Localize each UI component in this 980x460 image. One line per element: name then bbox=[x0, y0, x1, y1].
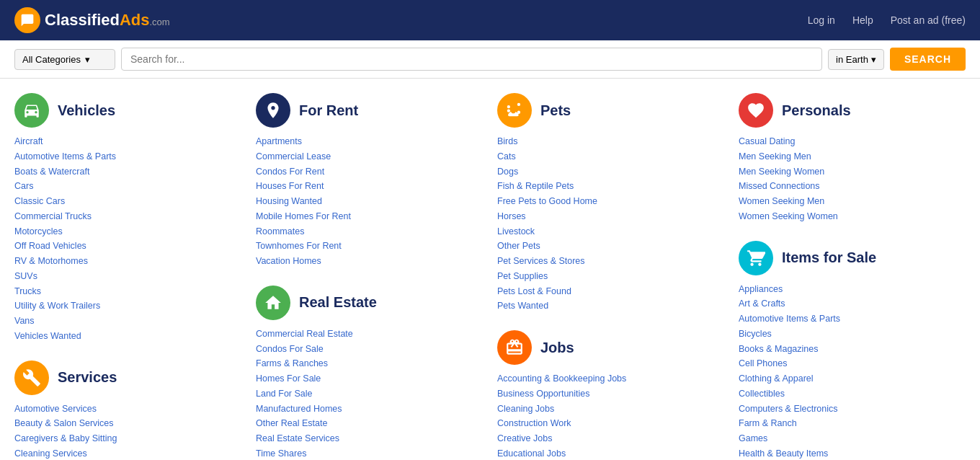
farm-ranch-link[interactable]: Farm & Ranch bbox=[739, 418, 797, 428]
women-men-link[interactable]: Women Seeking Men bbox=[739, 196, 824, 206]
category-dropdown[interactable]: All Categories ▾ bbox=[14, 49, 115, 70]
art-crafts-link[interactable]: Art & Crafts bbox=[739, 298, 785, 309]
clothing-link[interactable]: Clothing & Apparel bbox=[739, 373, 814, 384]
location-dropdown[interactable]: in Earth ▾ bbox=[828, 49, 884, 70]
creative-jobs-link[interactable]: Creative Jobs bbox=[497, 433, 552, 443]
jobs-links: Accounting & Bookkeeping Jobs Business O… bbox=[497, 372, 724, 460]
list-item: Land For Sale bbox=[256, 387, 483, 401]
roommates-link[interactable]: Roommates bbox=[256, 226, 304, 236]
other-pets-link[interactable]: Other Pets bbox=[497, 241, 540, 251]
timeshares-link[interactable]: Time Shares bbox=[256, 448, 306, 459]
vacation-homes-rent-link[interactable]: Vacation Homes bbox=[256, 256, 321, 266]
cleaning-jobs-link[interactable]: Cleaning Jobs bbox=[497, 404, 554, 414]
computers-link[interactable]: Computers & Electronics bbox=[739, 404, 838, 414]
horses-link[interactable]: Horses bbox=[497, 211, 526, 221]
dogs-link[interactable]: Dogs bbox=[497, 167, 518, 177]
search-input[interactable] bbox=[121, 48, 822, 71]
commercial-trucks-link[interactable]: Commercial Trucks bbox=[14, 211, 92, 221]
auto-items-sale-link[interactable]: Automotive Items & Parts bbox=[739, 314, 840, 324]
homes-sale-link[interactable]: Homes For Sale bbox=[256, 373, 321, 384]
business-opps-link[interactable]: Business Opportunities bbox=[497, 389, 590, 399]
houses-for-rent-link[interactable]: Houses For Rent bbox=[256, 181, 324, 191]
commercial-re-link[interactable]: Commercial Real Estate bbox=[256, 329, 353, 339]
birds-link[interactable]: Birds bbox=[497, 136, 517, 146]
auto-services-link[interactable]: Automotive Services bbox=[14, 404, 97, 414]
caregivers-link[interactable]: Caregivers & Baby Sitting bbox=[14, 433, 117, 443]
women-women-link[interactable]: Women Seeking Women bbox=[739, 211, 838, 221]
re-services-link[interactable]: Real Estate Services bbox=[256, 433, 339, 443]
mobile-homes-link[interactable]: Mobile Homes For Rent bbox=[256, 211, 351, 221]
list-item: Collectibles bbox=[739, 387, 966, 401]
construction-jobs-link[interactable]: Construction Work bbox=[497, 418, 571, 428]
list-item: Casual Dating bbox=[739, 135, 966, 149]
pet-services-link[interactable]: Pet Services & Stores bbox=[497, 256, 585, 266]
list-item: Real Estate Services bbox=[256, 432, 483, 446]
accounting-jobs-link[interactable]: Accounting & Bookkeeping Jobs bbox=[497, 373, 626, 384]
list-item: Off Road Vehicles bbox=[14, 239, 241, 253]
appliances-link[interactable]: Appliances bbox=[739, 284, 783, 294]
free-pets-link[interactable]: Free Pets to Good Home bbox=[497, 196, 597, 206]
suvs-link[interactable]: SUVs bbox=[14, 271, 37, 281]
search-button[interactable]: SEARCH bbox=[890, 48, 966, 71]
for-rent-icon bbox=[256, 93, 290, 128]
cleaning-link[interactable]: Cleaning Services bbox=[14, 448, 87, 459]
col4: Personals Casual Dating Men Seeking Men … bbox=[739, 93, 966, 460]
books-link[interactable]: Books & Magazines bbox=[739, 344, 818, 354]
aircraft-link[interactable]: Aircraft bbox=[14, 136, 43, 146]
vehicles-wanted-link[interactable]: Vehicles Wanted bbox=[14, 331, 81, 341]
collectibles-link[interactable]: Collectibles bbox=[739, 389, 785, 399]
offroad-link[interactable]: Off Road Vehicles bbox=[14, 241, 86, 251]
games-link[interactable]: Games bbox=[739, 433, 767, 443]
real-estate-icon bbox=[256, 286, 290, 320]
utility-link[interactable]: Utility & Work Trailers bbox=[14, 301, 100, 311]
motorcycles-link[interactable]: Motorcycles bbox=[14, 226, 63, 236]
farms-link[interactable]: Farms & Ranches bbox=[256, 358, 328, 368]
list-item: Construction Work bbox=[497, 417, 724, 430]
pet-supplies-link[interactable]: Pet Supplies bbox=[497, 271, 548, 281]
pets-lost-link[interactable]: Pets Lost & Found bbox=[497, 286, 571, 296]
rv-link[interactable]: RV & Motorhomes bbox=[14, 256, 88, 266]
manufactured-link[interactable]: Manufactured Homes bbox=[256, 404, 342, 414]
list-item: Commercial Lease bbox=[256, 150, 483, 164]
other-re-link[interactable]: Other Real Estate bbox=[256, 418, 327, 428]
apartments-link[interactable]: Apartments bbox=[256, 136, 302, 146]
personals-links: Casual Dating Men Seeking Men Men Seekin… bbox=[739, 135, 966, 224]
list-item: Aircraft bbox=[14, 135, 241, 149]
educational-jobs-link[interactable]: Educational Jobs bbox=[497, 448, 566, 459]
trucks-link[interactable]: Trucks bbox=[14, 286, 41, 296]
bicycles-link[interactable]: Bicycles bbox=[739, 329, 772, 339]
men-women-link[interactable]: Men Seeking Women bbox=[739, 167, 824, 177]
vehicles-header: Vehicles bbox=[14, 93, 241, 128]
for-rent-links: Apartments Commercial Lease Condos For R… bbox=[256, 135, 483, 268]
list-item: Free Pets to Good Home bbox=[497, 195, 724, 208]
real-estate-links: Commercial Real Estate Condos For Sale F… bbox=[256, 327, 483, 460]
cars-link[interactable]: Cars bbox=[14, 181, 33, 191]
auto-items-link[interactable]: Automotive Items & Parts bbox=[14, 151, 116, 162]
classic-cars-link[interactable]: Classic Cars bbox=[14, 196, 65, 206]
health-beauty-link[interactable]: Health & Beauty Items bbox=[739, 448, 828, 459]
vans-link[interactable]: Vans bbox=[14, 316, 35, 326]
list-item: Utility & Work Trailers bbox=[14, 299, 241, 313]
livestock-link[interactable]: Livestock bbox=[497, 226, 535, 236]
login-link[interactable]: Log in bbox=[808, 14, 835, 26]
cats-link[interactable]: Cats bbox=[497, 151, 516, 162]
list-item: Apartments bbox=[256, 135, 483, 149]
pets-header: Pets bbox=[497, 93, 724, 128]
post-ad-link[interactable]: Post an ad (free) bbox=[891, 14, 966, 26]
pets-wanted-link[interactable]: Pets Wanted bbox=[497, 301, 548, 311]
men-men-link[interactable]: Men Seeking Men bbox=[739, 151, 811, 162]
land-link[interactable]: Land For Sale bbox=[256, 389, 313, 399]
casual-dating-link[interactable]: Casual Dating bbox=[739, 136, 796, 146]
cell-phones-link[interactable]: Cell Phones bbox=[739, 358, 787, 368]
housing-wanted-link[interactable]: Housing Wanted bbox=[256, 196, 322, 206]
help-link[interactable]: Help bbox=[852, 14, 873, 26]
commercial-lease-link[interactable]: Commercial Lease bbox=[256, 151, 331, 162]
condos-sale-link[interactable]: Condos For Sale bbox=[256, 344, 324, 354]
missed-connections-link[interactable]: Missed Connections bbox=[739, 181, 820, 191]
boats-link[interactable]: Boats & Watercraft bbox=[14, 167, 89, 177]
beauty-link[interactable]: Beauty & Salon Services bbox=[14, 418, 114, 428]
townhomes-rent-link[interactable]: Townhomes For Rent bbox=[256, 241, 342, 251]
condos-for-rent-link[interactable]: Condos For Rent bbox=[256, 167, 324, 177]
pets-title: Pets bbox=[540, 102, 571, 119]
fish-link[interactable]: Fish & Reptile Pets bbox=[497, 181, 574, 191]
